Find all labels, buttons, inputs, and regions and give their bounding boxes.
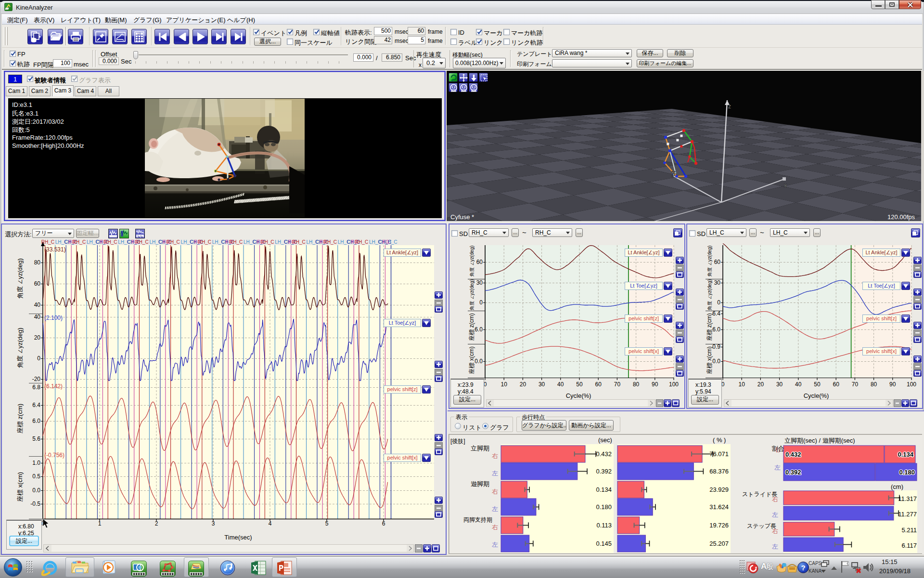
svg-text:5: 5 <box>325 520 329 527</box>
svg-text:(-0.756): (-0.756) <box>44 452 64 459</box>
svg-text:RH_C: RH_C <box>355 239 368 245</box>
svg-text:11.317: 11.317 <box>898 495 917 502</box>
svg-text:0: 0 <box>37 355 40 362</box>
svg-text:(33.531): (33.531) <box>44 246 66 253</box>
svg-text:Cyfuse *: Cyfuse * <box>450 213 474 221</box>
svg-text:0.392: 0.392 <box>596 468 612 475</box>
svg-text:RH_C: RH_C <box>261 239 274 245</box>
svg-text:70: 70 <box>614 381 621 388</box>
svg-text:RH_C: RH_C <box>104 239 117 245</box>
svg-text:座標 z(cm): 座標 z(cm) <box>16 404 24 434</box>
svg-text:6.4: 6.4 <box>32 402 40 408</box>
svg-text:0.113: 0.113 <box>596 522 612 529</box>
svg-text:角度 ∠yz(deg): 角度 ∠yz(deg) <box>469 279 475 310</box>
svg-text:0: 0 <box>479 299 483 306</box>
svg-text:23.929: 23.929 <box>709 486 729 493</box>
svg-text:1.0: 1.0 <box>32 460 40 466</box>
svg-text:0.145: 0.145 <box>596 540 612 547</box>
svg-text:123: 123 <box>137 33 141 35</box>
svg-text:RH_C: RH_C <box>73 239 86 245</box>
svg-text:100: 100 <box>669 381 679 388</box>
svg-text:4: 4 <box>269 520 272 527</box>
svg-text:RH_C: RH_C <box>293 239 306 245</box>
svg-text:RH_C: RH_C <box>41 239 54 245</box>
svg-text:0.0: 0.0 <box>32 487 40 494</box>
svg-text:(6.142): (6.142) <box>44 383 63 390</box>
svg-text:25.207: 25.207 <box>709 540 729 547</box>
svg-text:-0.5: -0.5 <box>30 500 40 507</box>
svg-text:座標 x(cm): 座標 x(cm) <box>706 346 713 374</box>
svg-text:座標 x(cm): 座標 x(cm) <box>468 346 475 374</box>
svg-text:60: 60 <box>833 381 840 388</box>
svg-text:90: 90 <box>889 381 896 388</box>
svg-text:20: 20 <box>34 334 41 341</box>
svg-text:5.6: 5.6 <box>32 435 40 442</box>
svg-text:0.432: 0.432 <box>785 451 801 458</box>
svg-text:10: 10 <box>739 381 745 388</box>
svg-text:y: y <box>672 169 676 176</box>
svg-text:0: 0 <box>717 299 720 306</box>
svg-text:0.5: 0.5 <box>32 473 40 480</box>
svg-text:?: ? <box>801 564 805 572</box>
svg-text:19.726: 19.726 <box>709 522 729 529</box>
svg-text:40: 40 <box>34 314 41 320</box>
svg-text:RH_C: RH_C <box>324 239 337 245</box>
svg-text:90: 90 <box>652 381 658 388</box>
svg-text:40: 40 <box>557 381 564 388</box>
svg-text:-20: -20 <box>32 376 41 382</box>
svg-text:(cm): (cm) <box>891 483 903 490</box>
svg-text:RH_C: RH_C <box>198 239 211 245</box>
svg-text:6.0: 6.0 <box>712 326 720 333</box>
svg-text:RH_C: RH_C <box>230 239 243 245</box>
svg-text:68.376: 68.376 <box>709 468 729 475</box>
svg-text:5.211: 5.211 <box>901 526 917 534</box>
svg-text:0.432: 0.432 <box>596 450 612 458</box>
svg-text:左: 左 <box>774 464 781 471</box>
svg-text:角度 ∠yz(deg): 角度 ∠yz(deg) <box>707 246 712 276</box>
svg-text:角度 ∠yz(deg): 角度 ∠yz(deg) <box>16 328 24 368</box>
svg-text:6.0: 6.0 <box>475 326 483 333</box>
svg-text:30: 30 <box>476 279 483 286</box>
svg-text:6: 6 <box>382 520 385 527</box>
svg-text:40: 40 <box>795 381 802 388</box>
svg-text:30: 30 <box>539 381 545 388</box>
svg-text:6.4: 6.4 <box>712 310 720 317</box>
svg-text:0.0: 0.0 <box>712 358 720 365</box>
svg-text:Cycle(%): Cycle(%) <box>566 392 591 399</box>
svg-text:座標 z(cm): 座標 z(cm) <box>468 313 475 341</box>
svg-text:30: 30 <box>714 279 721 286</box>
svg-text:0.392: 0.392 <box>785 469 801 476</box>
svg-text:6.0: 6.0 <box>32 418 40 424</box>
svg-text:z: z <box>728 103 731 110</box>
svg-text:角度 ∠yz(deg): 角度 ∠yz(deg) <box>707 279 712 310</box>
svg-text:Cycle(%): Cycle(%) <box>804 392 829 399</box>
svg-text:10: 10 <box>501 381 508 388</box>
svg-text:3: 3 <box>212 520 215 527</box>
svg-text:30: 30 <box>776 381 783 388</box>
svg-text:0.134: 0.134 <box>898 451 913 458</box>
svg-text:x: x <box>784 182 787 189</box>
svg-text:60: 60 <box>34 280 41 287</box>
svg-text:6.8: 6.8 <box>32 384 40 391</box>
svg-text:角度 ∠yz(deg): 角度 ∠yz(deg) <box>469 246 475 276</box>
svg-text:RH_C: RH_C <box>167 239 180 245</box>
svg-text:座標 x(cm): 座標 x(cm) <box>16 472 24 502</box>
svg-text:80: 80 <box>34 259 41 266</box>
svg-text:40: 40 <box>34 302 41 308</box>
svg-text:50: 50 <box>814 381 821 388</box>
svg-text:Time(sec): Time(sec) <box>224 534 252 541</box>
svg-text:0.9: 0.9 <box>712 343 720 350</box>
svg-text:11.277: 11.277 <box>898 511 917 518</box>
svg-text:50: 50 <box>576 381 583 388</box>
svg-text:60: 60 <box>714 259 721 265</box>
svg-text:6.117: 6.117 <box>901 542 917 549</box>
svg-text:(2.100): (2.100) <box>44 315 63 321</box>
svg-text:0.180: 0.180 <box>899 469 915 476</box>
svg-text:FG: FG <box>383 239 389 245</box>
svg-text:70: 70 <box>852 381 859 388</box>
svg-text:座標 z(cm): 座標 z(cm) <box>706 313 713 341</box>
svg-text:31.624: 31.624 <box>709 503 729 511</box>
svg-text:1: 1 <box>98 520 102 527</box>
svg-text:2: 2 <box>155 520 158 527</box>
svg-text:76.071: 76.071 <box>709 450 729 458</box>
